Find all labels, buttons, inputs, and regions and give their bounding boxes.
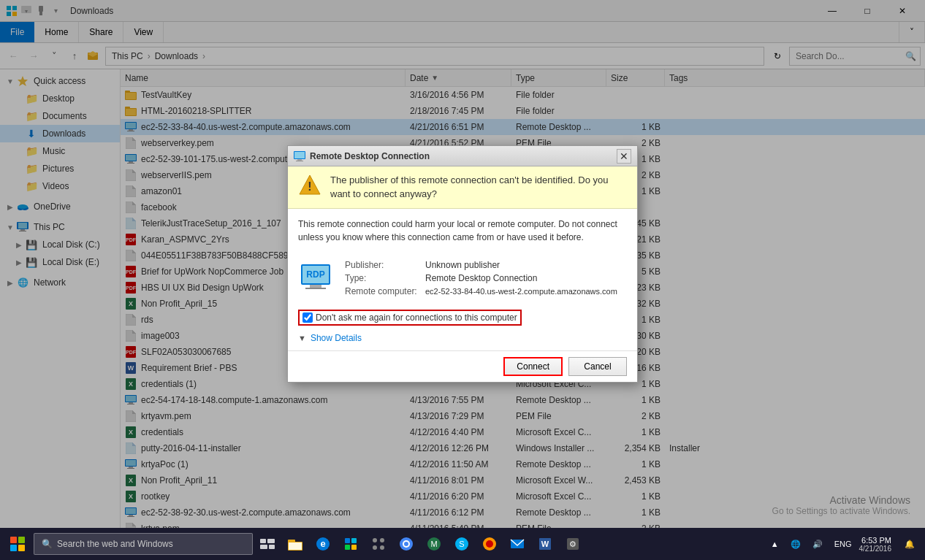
dialog-overlay: Remote Desktop Connection ✕ ! The publis…	[0, 0, 925, 528]
connect-button[interactable]: Connect	[503, 357, 563, 376]
dont-ask-checkbox[interactable]	[302, 312, 313, 323]
tools-taskbar-btn[interactable]: ⚙	[560, 529, 586, 559]
cancel-button[interactable]: Cancel	[568, 357, 627, 376]
file-explorer-taskbar-btn[interactable]	[282, 529, 308, 559]
svg-rect-109	[351, 545, 357, 550]
dialog-info-section: RDP Publisher: Unknown publisher Type: R…	[288, 253, 637, 304]
checkbox-label: Don't ask me again for connections to th…	[316, 312, 517, 323]
word-taskbar-btn[interactable]: W	[532, 529, 558, 559]
start-button[interactable]	[3, 529, 32, 559]
dialog-body: This remote connection could harm your l…	[288, 209, 637, 253]
svg-rect-98	[267, 539, 275, 543]
taskbar-search[interactable]: 🔍 Search the web and Windows	[34, 533, 253, 555]
clock-date: 4/21/2016	[859, 545, 892, 553]
svg-rect-87	[294, 152, 305, 158]
edge-taskbar-btn[interactable]: e	[310, 529, 336, 559]
svg-point-110	[373, 538, 377, 542]
dialog-buttons: Connect Cancel	[288, 350, 637, 382]
task-view-button[interactable]	[254, 529, 281, 559]
svg-point-122	[486, 540, 493, 548]
svg-rect-97	[260, 539, 266, 543]
apps-taskbar-btn[interactable]	[365, 529, 392, 559]
svg-text:S: S	[459, 540, 464, 548]
taskbar: 🔍 Search the web and Windows e M S W ⚙ ▲…	[0, 528, 925, 560]
svg-rect-95	[305, 288, 326, 289]
tray-up-arrow[interactable]: ▲	[766, 540, 783, 548]
publisher-value: Unknown publisher	[425, 260, 627, 270]
tray-lang[interactable]: ENG	[830, 540, 856, 548]
svg-text:!: !	[308, 180, 311, 193]
svg-text:RDP: RDP	[306, 269, 324, 280]
rdp-dialog: Remote Desktop Connection ✕ ! The publis…	[287, 145, 638, 382]
checkbox-highlighted-container: Don't ask me again for connections to th…	[298, 310, 522, 326]
dialog-title: Remote Desktop Connection	[310, 151, 617, 161]
notification-btn[interactable]: 🔔	[900, 540, 919, 549]
mail-taskbar-btn[interactable]	[504, 529, 530, 559]
dialog-warning-strip: ! The publisher of this remote connectio…	[288, 166, 637, 208]
svg-text:W: W	[541, 540, 549, 548]
dialog-checkbox-row: Don't ask me again for connections to th…	[288, 304, 637, 331]
type-value: Remote Desktop Connection	[425, 273, 627, 283]
dialog-details-row[interactable]: ▼ Show Details	[288, 331, 637, 350]
clock-time: 6:53 PM	[859, 536, 892, 545]
remote-computer-label: Remote computer:	[345, 286, 425, 296]
svg-point-111	[380, 538, 384, 542]
taskbar-search-placeholder: Search the web and Windows	[57, 539, 173, 549]
greenapp-taskbar-btn[interactable]: M	[421, 529, 447, 559]
publisher-label: Publisher:	[345, 260, 425, 270]
details-expand-icon: ▼	[298, 334, 306, 342]
svg-text:e: e	[320, 538, 325, 549]
skype-taskbar-btn[interactable]: S	[449, 529, 475, 559]
dialog-warning-heading: The publisher of this remote connection …	[330, 174, 627, 200]
taskbar-tray: ▲ 🌐 🔊 ENG 6:53 PM 4/21/2016 🔔	[766, 536, 922, 553]
svg-rect-99	[260, 545, 267, 549]
svg-point-116	[404, 542, 408, 546]
svg-rect-88	[297, 159, 302, 161]
dialog-title-bar: Remote Desktop Connection ✕	[288, 146, 637, 166]
store-taskbar-btn[interactable]	[338, 529, 364, 559]
svg-text:⚙: ⚙	[569, 540, 576, 548]
show-details-label: Show Details	[311, 333, 362, 343]
svg-text:M: M	[430, 540, 437, 548]
type-label: Type:	[345, 273, 425, 283]
svg-rect-100	[269, 545, 275, 549]
firefox-taskbar-btn[interactable]	[476, 529, 503, 559]
dialog-warning-body: This remote connection could harm your l…	[298, 219, 617, 242]
svg-rect-107	[351, 538, 357, 543]
svg-rect-89	[296, 161, 303, 161]
dialog-info-grid: Publisher: Unknown publisher Type: Remot…	[345, 260, 627, 296]
dialog-rdp-icon: RDP	[298, 260, 333, 295]
svg-point-113	[380, 545, 384, 550]
remote-computer-value: ec2-52-33-84-40.us-west-2.compute.amazon…	[425, 287, 627, 296]
svg-rect-108	[345, 545, 350, 550]
svg-rect-94	[310, 285, 321, 288]
tray-speaker[interactable]: 🔊	[808, 540, 827, 549]
dialog-close-button[interactable]: ✕	[617, 149, 631, 164]
svg-point-112	[373, 545, 377, 550]
chrome-taskbar-btn[interactable]	[393, 529, 419, 559]
svg-rect-106	[345, 538, 350, 543]
tray-network[interactable]: 🌐	[786, 540, 805, 549]
svg-rect-103	[289, 542, 302, 550]
dialog-rdp-title-icon	[294, 150, 305, 162]
warning-icon: !	[298, 174, 321, 197]
taskbar-clock[interactable]: 6:53 PM 4/21/2016	[859, 536, 898, 553]
